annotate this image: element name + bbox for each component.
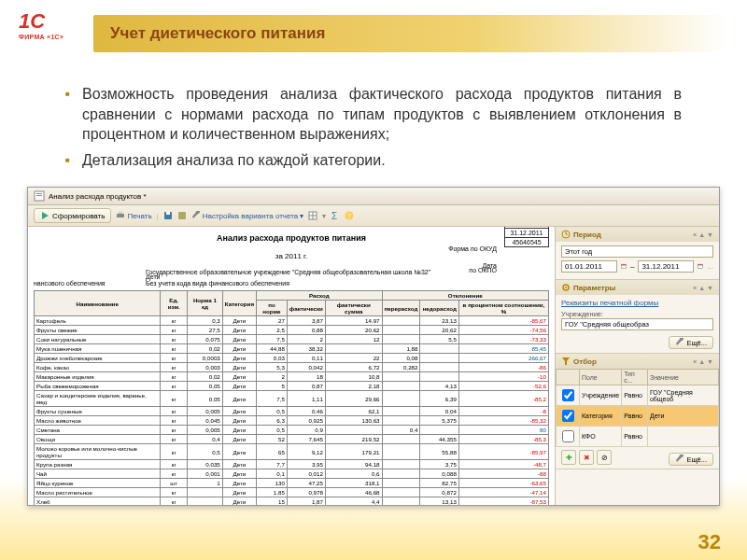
sigma-icon[interactable]: Σ xyxy=(331,211,340,220)
report-subtitle: за 2011 г. xyxy=(34,252,549,260)
table-row[interactable]: Сахар и кондитерские изделия, варенье, м… xyxy=(35,391,549,407)
logo: 1C ФИРМА «1С» xyxy=(19,11,75,56)
window-title: Анализ расхода продуктов * xyxy=(49,192,147,201)
table-row[interactable]: Молоко коровье или молочно-кислые продук… xyxy=(35,444,549,460)
svg-rect-4 xyxy=(117,214,124,217)
table-row[interactable]: Яйцо куриноешт1Дети13047,25318,182,75-63… xyxy=(35,479,549,488)
filter-checkbox[interactable] xyxy=(562,410,574,422)
filter-panel-header[interactable]: Отбор « ▲ ▼ xyxy=(556,354,719,369)
table-row[interactable]: Дрожжи хлебопекарскиекг0,0003Дети0,030,1… xyxy=(35,354,549,363)
institution-text: Государственное образовательное учрежден… xyxy=(146,269,430,275)
filter-checkbox[interactable] xyxy=(562,430,574,442)
title-bar: Учет диетического питания xyxy=(93,15,728,52)
table-row[interactable]: Овощикг0,4Дети527,645219,5244,355-85,3 xyxy=(35,435,549,444)
institution-field[interactable] xyxy=(561,318,713,330)
gear-icon xyxy=(561,283,571,292)
svg-text:?: ? xyxy=(347,213,351,219)
category-text: Дети xyxy=(146,273,161,280)
svg-rect-1 xyxy=(36,193,42,194)
print-form-link[interactable]: Реквизиты печатной формы xyxy=(561,299,713,307)
slide-title: Учет диетического питания xyxy=(110,24,325,42)
calendar-icon[interactable] xyxy=(621,262,627,272)
report-pane: Анализ расхода продуктов питания КОДЫ 31… xyxy=(28,227,556,505)
bullet-item: Детализация анализа по каждой категории. xyxy=(65,150,682,171)
table-row[interactable]: Масло животноекг0,045Дети6,30,925130,635… xyxy=(35,416,549,426)
app-window: Анализ расхода продуктов * Сформировать … xyxy=(27,187,720,506)
logo-top: 1C xyxy=(19,11,75,32)
table-icon[interactable] xyxy=(308,211,317,220)
table-row[interactable]: Макаронные изделиякг0,02Дети21810,8-10 xyxy=(35,372,549,382)
more-filter-button[interactable]: Ещё... xyxy=(669,453,713,466)
filter-checkbox[interactable] xyxy=(562,389,574,401)
table-row[interactable]: Картофелькг0,3Дети273,8714,9723,13-85,67 xyxy=(35,316,549,326)
filter-row[interactable]: УчреждениеРавноГОУ "Средняя общеоб xyxy=(557,385,719,406)
table-row[interactable]: Чайкг0,001Дети0,10,0120,60,088-88 xyxy=(35,469,549,479)
app-toolbar: Сформировать Печать | Настройка варианта… xyxy=(28,205,719,227)
app-titlebar: Анализ расхода продуктов * xyxy=(28,188,719,205)
wrench-icon xyxy=(191,211,201,220)
table-row[interactable]: Фрукты сушеныекг0,005Дети0,50,4662,10,04… xyxy=(35,407,549,416)
page-number: 32 xyxy=(698,530,721,554)
wrench-icon xyxy=(675,455,684,464)
date-to[interactable] xyxy=(638,260,694,273)
filter-row[interactable]: КФОРавно xyxy=(557,427,719,447)
date-from[interactable] xyxy=(561,260,617,273)
help-icon[interactable]: ? xyxy=(345,211,354,220)
play-icon xyxy=(40,211,49,220)
svg-marker-3 xyxy=(42,212,49,219)
table-row[interactable]: Сметанакг0,005Дети0,50,90,480 xyxy=(35,426,549,435)
period-panel-header[interactable]: Период « ▲ ▼ xyxy=(556,227,719,242)
table-row[interactable]: Кофе, какаокг0,003Дети5,30,0426,720,282-… xyxy=(35,363,549,372)
clear-filter-icon[interactable]: ⊘ xyxy=(597,450,612,465)
save-icon[interactable] xyxy=(163,211,173,220)
svg-rect-21 xyxy=(698,264,703,265)
print-link[interactable]: Печать xyxy=(116,211,151,220)
tool-icon[interactable] xyxy=(177,211,187,220)
add-filter-icon[interactable]: ✚ xyxy=(561,450,576,465)
report-icon xyxy=(34,190,45,202)
printer-icon xyxy=(116,211,125,220)
params-panel-header[interactable]: Параметры « ▲ ▼ xyxy=(556,280,719,295)
table-row[interactable]: Масло растительноекгДети1,850,97846,680,… xyxy=(35,488,549,497)
svg-rect-2 xyxy=(36,195,42,196)
logo-bottom: ФИРМА «1С» xyxy=(19,34,75,40)
filter-row[interactable]: КатегорияРавноДети xyxy=(557,406,719,427)
funnel-icon xyxy=(561,357,571,366)
wrench-icon xyxy=(675,338,684,347)
table-row[interactable]: Фрукты свежиекг27,5Дети2,50,8820,6220,62… xyxy=(35,326,549,335)
table-row[interactable]: Рыба свежемороженаякг0,05Дети50,872,184,… xyxy=(35,382,549,391)
calendar-icon[interactable] xyxy=(698,262,703,272)
svg-rect-19 xyxy=(622,264,627,265)
remove-filter-icon[interactable]: ✖ xyxy=(579,450,594,465)
svg-rect-5 xyxy=(119,212,122,214)
settings-link[interactable]: Настройка варианта отчета ▾ xyxy=(191,211,304,220)
period-select[interactable] xyxy=(561,245,713,258)
data-table: Наименование Ед. изм. Норма 1 кд Категор… xyxy=(34,290,549,505)
svg-rect-7 xyxy=(166,212,170,215)
report-title: Анализ расхода продуктов питания xyxy=(34,233,549,243)
finance-text: Без учета кода вида финансового обеспече… xyxy=(146,280,289,287)
table-row[interactable]: Соки натуральныекг0,075Дети7,52125,5-73,… xyxy=(35,335,549,344)
filter-table: Поле Тип с... Значение УчреждениеРавноГО… xyxy=(556,369,719,447)
svg-point-23 xyxy=(565,287,567,288)
svg-rect-8 xyxy=(178,212,186,219)
svg-marker-24 xyxy=(562,357,570,365)
more-button[interactable]: Ещё... xyxy=(669,336,713,349)
okud-label: Форма по ОКУД xyxy=(34,245,497,252)
clock-icon xyxy=(561,230,571,239)
table-row[interactable]: ХлебкгДети151,874,413,13-87,53 xyxy=(35,497,549,506)
bullet-list: Возможность проведения анализа фактическ… xyxy=(65,84,682,170)
form-button[interactable]: Сформировать xyxy=(34,208,111,223)
side-pane: Период « ▲ ▼ – ... xyxy=(556,227,719,505)
kody-box: КОДЫ 31.12.2011 45646545 xyxy=(504,227,549,247)
slide-header: 1C ФИРМА «1С» Учет диетического питания xyxy=(0,0,747,67)
bullet-item: Возможность проведения анализа фактическ… xyxy=(65,84,682,145)
table-row[interactable]: Мука пшеничнаякг0,02Дети44,8838,321,8885… xyxy=(35,344,549,354)
table-row[interactable]: Крупа разнаякг0,035Дети7,73,9594,183,75-… xyxy=(35,460,549,469)
svg-text:Σ: Σ xyxy=(331,211,337,220)
